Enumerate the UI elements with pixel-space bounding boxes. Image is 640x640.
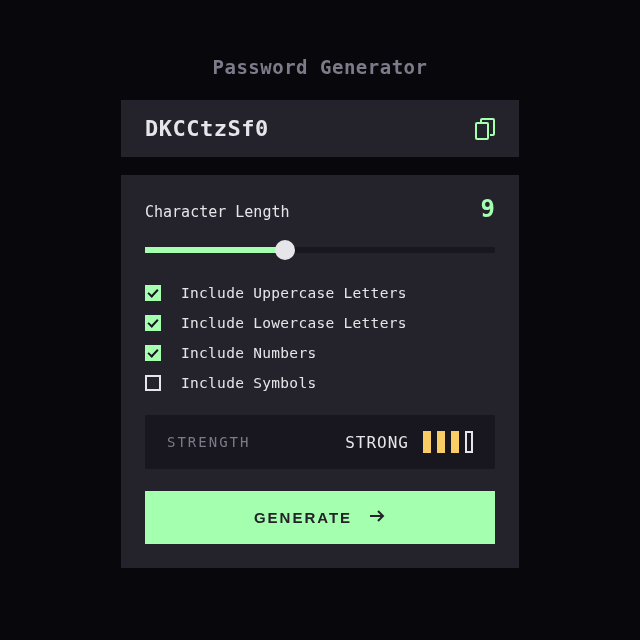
length-row: Character Length 9 <box>145 195 495 223</box>
option-numbers-label: Include Numbers <box>181 345 316 361</box>
generate-button-label: GENERATE <box>254 509 352 526</box>
strength-bar <box>451 431 459 453</box>
option-symbols-label: Include Symbols <box>181 375 316 391</box>
checkbox-lowercase[interactable] <box>145 315 161 331</box>
length-slider[interactable] <box>145 241 495 259</box>
strength-value: STRONG <box>345 433 409 452</box>
strength-label: STRENGTH <box>167 434 250 450</box>
option-uppercase[interactable]: Include Uppercase Letters <box>145 285 495 301</box>
strength-right: STRONG <box>345 431 473 453</box>
option-lowercase[interactable]: Include Lowercase Letters <box>145 315 495 331</box>
checkbox-symbols[interactable] <box>145 375 161 391</box>
password-display: DKCCtzSf0 <box>145 116 269 141</box>
slider-fill <box>145 247 285 253</box>
strength-bar <box>437 431 445 453</box>
app-root: Password Generator DKCCtzSf0 Character L… <box>121 56 519 640</box>
page-title: Password Generator <box>121 56 519 78</box>
option-lowercase-label: Include Lowercase Letters <box>181 315 407 331</box>
length-label: Character Length <box>145 203 290 221</box>
strength-bars <box>423 431 473 453</box>
strength-bar <box>465 431 473 453</box>
checkbox-uppercase[interactable] <box>145 285 161 301</box>
arrow-right-icon <box>370 510 386 525</box>
controls-panel: Character Length 9 Include Uppercase Let… <box>121 175 519 568</box>
option-uppercase-label: Include Uppercase Letters <box>181 285 407 301</box>
copy-icon[interactable] <box>475 118 495 140</box>
svg-rect-0 <box>476 123 488 139</box>
strength-bar <box>423 431 431 453</box>
strength-row: STRENGTH STRONG <box>145 415 495 469</box>
generate-button[interactable]: GENERATE <box>145 491 495 544</box>
option-numbers[interactable]: Include Numbers <box>145 345 495 361</box>
length-value: 9 <box>481 195 495 223</box>
option-symbols[interactable]: Include Symbols <box>145 375 495 391</box>
options-list: Include Uppercase Letters Include Lowerc… <box>145 285 495 391</box>
slider-thumb[interactable] <box>275 240 295 260</box>
checkbox-numbers[interactable] <box>145 345 161 361</box>
output-panel: DKCCtzSf0 <box>121 100 519 157</box>
